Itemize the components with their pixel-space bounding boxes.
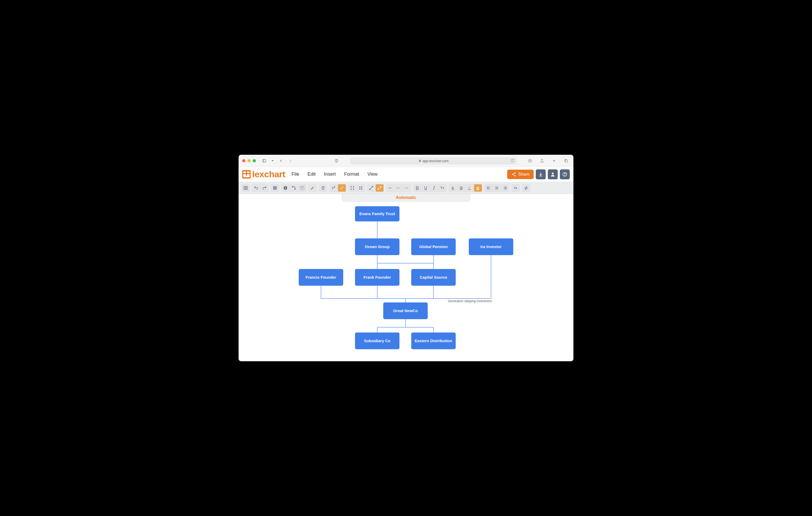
node-francis-founder[interactable]: Francis Founder [299, 269, 343, 286]
node-global-pension[interactable]: Global Pension [411, 238, 456, 255]
back-button[interactable] [277, 158, 285, 164]
svg-rect-0 [263, 159, 266, 162]
help-icon [562, 172, 568, 177]
new-tab-icon[interactable] [550, 158, 558, 164]
node-frank-founder[interactable]: Frank Founder [355, 269, 400, 286]
toolbar [239, 182, 573, 194]
browser-chrome: app.lexchart.com [239, 155, 573, 167]
browser-window: app.lexchart.com lexchart [239, 155, 573, 361]
address-bar[interactable]: app.lexchart.com [350, 157, 517, 164]
edit-button[interactable] [309, 184, 317, 192]
svg-point-27 [372, 186, 373, 187]
delete-button[interactable] [319, 184, 327, 192]
svg-point-10 [552, 173, 554, 174]
app-logo[interactable]: lexchart [242, 169, 285, 179]
svg-point-24 [295, 189, 295, 189]
svg-point-29 [381, 186, 381, 187]
bold-button[interactable] [413, 184, 421, 192]
underline-button[interactable] [422, 184, 430, 192]
undo-button[interactable] [252, 184, 260, 192]
menu-view[interactable]: View [368, 172, 378, 177]
help-button[interactable] [560, 170, 570, 179]
swap-button[interactable] [522, 184, 530, 192]
minimize-window-button[interactable] [248, 159, 251, 162]
border-color-button[interactable] [466, 184, 473, 192]
account-button[interactable] [548, 170, 558, 179]
url-text: app.lexchart.com [423, 159, 448, 163]
maximize-window-button[interactable] [253, 159, 256, 162]
svg-point-9 [515, 175, 516, 177]
app-header: lexchart File Edit Insert Format View Sh… [239, 167, 573, 182]
menu-insert[interactable]: Insert [324, 172, 336, 177]
svg-rect-6 [565, 160, 568, 162]
font-size-button[interactable] [438, 184, 446, 192]
line-solid-button[interactable] [386, 184, 394, 192]
chart-canvas[interactable]: Automatic E [239, 194, 573, 361]
add-node-button[interactable] [282, 184, 289, 192]
edge-annotation-gen-skip: Generation skipping investment [448, 299, 492, 303]
add-text-button[interactable] [298, 184, 306, 192]
connector-curve-button[interactable] [367, 184, 375, 192]
menu-file[interactable]: File [291, 172, 299, 177]
connect-button[interactable] [290, 184, 298, 192]
align-right-button[interactable] [501, 184, 509, 192]
svg-point-8 [512, 174, 514, 175]
reload-icon[interactable] [511, 159, 514, 163]
node-ira-investor[interactable]: Ira Investor [469, 238, 513, 255]
align-left-button[interactable] [485, 184, 492, 192]
share-icon[interactable] [539, 158, 546, 164]
expand-button[interactable] [348, 184, 356, 192]
tab-dropdown-icon[interactable] [270, 158, 275, 164]
chrome-right-actions [526, 158, 570, 164]
tabs-overview-icon[interactable] [562, 158, 570, 164]
logo-text: lexchart [252, 169, 285, 179]
share-network-icon [512, 172, 516, 177]
line-color-button[interactable] [474, 184, 482, 192]
lock-icon [418, 159, 422, 163]
logo-mark-icon [242, 170, 251, 179]
forward-button[interactable] [287, 158, 294, 164]
share-button[interactable]: Share [507, 170, 534, 179]
select-all-button[interactable] [271, 184, 279, 192]
node-great-newco[interactable]: Great NewCo [383, 302, 428, 319]
share-button-label: Share [518, 172, 529, 177]
shield-icon[interactable] [333, 158, 340, 164]
node-capital-source[interactable]: Capital Source [411, 269, 456, 286]
node-subsidiary-co[interactable]: Subsidiary Co [355, 333, 400, 349]
redo-button[interactable] [261, 184, 268, 192]
line-dashed-button[interactable] [395, 184, 402, 192]
bring-forward-button[interactable] [512, 184, 520, 192]
node-eastern-distribution[interactable]: Eastern Distribution [411, 333, 456, 349]
main-menubar: File Edit Insert Format View [291, 172, 377, 177]
fill-color-button[interactable] [457, 184, 465, 192]
connector-elbow-button[interactable] [376, 184, 383, 192]
header-actions: Share [507, 170, 570, 179]
toggle-panel-button[interactable] [242, 184, 250, 192]
window-controls [242, 159, 256, 162]
line-dotted-button[interactable] [403, 184, 411, 192]
edges-layer [239, 194, 573, 361]
node-ocean-group[interactable]: Ocean Group [355, 238, 400, 255]
user-icon [550, 172, 555, 177]
node-evans-family-trust[interactable]: Evans Family Trust [355, 206, 400, 221]
collapse-button[interactable] [357, 184, 365, 192]
download-button[interactable] [536, 170, 546, 179]
layout-mode-pill[interactable]: Automatic [342, 194, 470, 202]
svg-rect-20 [273, 188, 275, 189]
sidebar-toggle-icon[interactable] [261, 158, 268, 164]
svg-point-7 [515, 172, 516, 174]
svg-point-28 [378, 189, 379, 190]
svg-rect-19 [275, 186, 277, 188]
text-color-button[interactable] [449, 184, 457, 192]
italic-button[interactable] [430, 184, 438, 192]
auto-layout-button[interactable] [338, 184, 346, 192]
menu-edit[interactable]: Edit [308, 172, 316, 177]
svg-rect-18 [273, 186, 275, 188]
download-icon [538, 172, 543, 177]
close-window-button[interactable] [242, 159, 245, 162]
svg-point-23 [292, 186, 293, 187]
downloads-icon[interactable] [526, 158, 534, 164]
magic-wand-button[interactable] [329, 184, 338, 192]
align-center-button[interactable] [493, 184, 501, 192]
menu-format[interactable]: Format [344, 172, 359, 177]
